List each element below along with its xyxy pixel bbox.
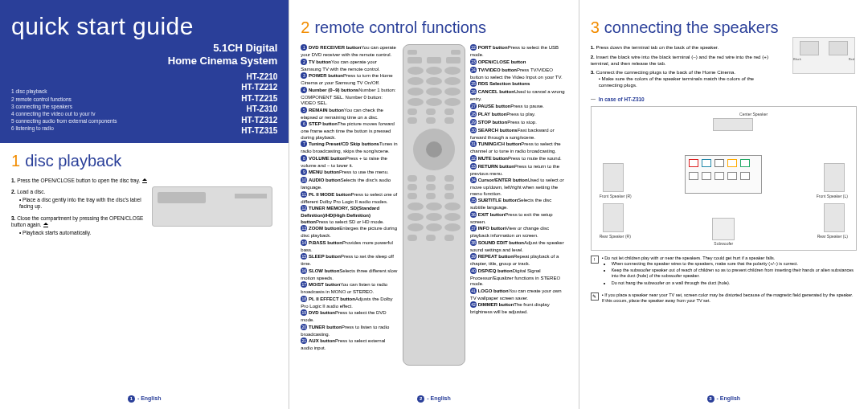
front-speaker-l-icon bbox=[824, 163, 845, 192]
toc-item: 2 remote control functions bbox=[11, 96, 117, 103]
callout-item: 31 TUNING/CH buttonPress to select the c… bbox=[470, 141, 567, 155]
callout-item: 40 DSP/EQ buttonDigital Signal Processor… bbox=[470, 268, 567, 288]
step-text: Connect the connecting plugs to the back… bbox=[596, 69, 736, 75]
model: HT-Z310 bbox=[168, 104, 278, 115]
callout-item: 29 STOP buttonPress to stop. bbox=[470, 119, 567, 127]
terminal-red-label: Red bbox=[849, 57, 854, 61]
callout-item: 16 SLOW buttonSelects three different sl… bbox=[301, 268, 398, 282]
callout-item: 6 STEP buttonThe picture moves forward o… bbox=[301, 121, 398, 141]
page-footer: 3- English bbox=[579, 395, 868, 403]
toc-item: 1 disc playback bbox=[11, 88, 117, 95]
model: HT-Z210 bbox=[168, 72, 278, 83]
toc-item: 3 connecting the speakers bbox=[11, 103, 117, 110]
rear-speaker-r-icon bbox=[603, 203, 624, 232]
warning-note: ! • Do not let children play with or nea… bbox=[591, 256, 857, 288]
callout-item: 20 TUNER buttonPress to listen to radio … bbox=[301, 324, 398, 338]
note-text: If you place a speaker near your TV set,… bbox=[602, 292, 854, 303]
model: HT-TZ212 bbox=[168, 82, 278, 93]
step-sub: Make sure the colors of the speaker term… bbox=[599, 76, 754, 88]
rear-speaker-r-label: Rear Speaker (R) bbox=[600, 234, 631, 239]
callout-item: 34 Cursor/ENTER buttonUsed to select or … bbox=[470, 177, 567, 197]
product-line-1: 5.1CH Digital bbox=[168, 42, 278, 55]
callout-item: 10 AUDIO buttonSelects the disc's audio … bbox=[301, 177, 398, 191]
callout-item: 32 MUTE buttonPress to mute the sound. bbox=[470, 155, 567, 163]
toc-item: 5 connecting audio from external compone… bbox=[11, 117, 117, 125]
callout-item: 4 Number (0~9) buttonsNumber 1 button: C… bbox=[301, 87, 398, 107]
callout-item: 36 EXIT buttonPress to exit the setup sc… bbox=[470, 211, 567, 226]
callout-item: 9 MENU buttonPress to use the menu. bbox=[301, 169, 398, 177]
callout-item: 18 PL II EFFECT buttonAdjusts the Dolby … bbox=[301, 296, 398, 310]
callout-item: 17 MO/ST buttonYou can listen to radio b… bbox=[301, 281, 398, 296]
callout-item: 24 TV/VIDEO buttonPress TV/VIDEO button … bbox=[470, 67, 567, 81]
callout-item: 30 SEARCH buttonsFast backward or forwar… bbox=[470, 127, 567, 141]
front-speaker-l-label: Front Speaker (L) bbox=[817, 194, 848, 198]
center-speaker-label: Center Speaker bbox=[739, 112, 768, 117]
callouts-left: 1 DVD RECEIVER buttonYou can operate you… bbox=[301, 44, 398, 366]
disc-playback-steps: 1. Press the OPEN/CLOSE button to open t… bbox=[11, 178, 149, 236]
rear-speaker-l-icon bbox=[824, 203, 845, 232]
callout-item: 15 SLEEP buttonPress to set the sleep of… bbox=[301, 253, 398, 268]
callout-item: 7 Tuning Preset/CD Skip buttonsTunes in … bbox=[301, 141, 398, 155]
callout-item: 2 TV buttonYou can operate your Samsung … bbox=[301, 59, 398, 73]
guide-title: quick start guide bbox=[11, 11, 277, 42]
callout-item: 21 AUX buttonPress to select external au… bbox=[301, 337, 398, 352]
callout-item: 42 DIMMER buttonThe front display bright… bbox=[470, 301, 567, 316]
wiring-diagram: Center Speaker Front Speaker (R) Front S… bbox=[591, 106, 857, 251]
model: HT-TZ215 bbox=[168, 93, 278, 104]
eject-icon bbox=[43, 223, 49, 227]
callout-item: 19 DVD buttonPress to select the DVD mod… bbox=[301, 309, 398, 324]
step-text: Press down the terminal tab on the back … bbox=[596, 44, 719, 50]
callout-item: 25 RDS Selection buttons bbox=[470, 80, 567, 88]
note-bullet: Keep the subwoofer speaker out of reach … bbox=[612, 268, 857, 279]
info-icon: ✎ bbox=[591, 292, 599, 301]
note-bullet: Do not hang the subwoofer on a wall thro… bbox=[612, 280, 857, 286]
callout-item: 23 OPEN/CLOSE button bbox=[470, 59, 567, 67]
callout-item: 35 SUBTITLE buttonSelects the disc subti… bbox=[470, 197, 567, 211]
center-speaker-icon bbox=[713, 118, 753, 131]
note-text: Do not let children play with or near th… bbox=[604, 256, 775, 260]
callout-item: 3 POWER buttonPress to turn the Home Cin… bbox=[301, 72, 398, 87]
section-title: remote control functions bbox=[314, 18, 485, 38]
section-title: connecting the speakers bbox=[604, 18, 779, 38]
section-number: 2 bbox=[301, 18, 309, 38]
callout-item: 5 REMAIN buttonYou can check the elapsed… bbox=[301, 107, 398, 121]
subwoofer-label: Subwoofer bbox=[714, 241, 733, 246]
callout-item: 13 ZOOM buttonEnlarges the picture durin… bbox=[301, 225, 398, 239]
step-sub: • Playback starts automatically. bbox=[19, 230, 149, 236]
step-text: Press the OPEN/CLOSE button to open the … bbox=[17, 178, 140, 183]
step-text: Insert the black wire into the black ter… bbox=[591, 54, 768, 66]
callout-item: 1 DVD RECEIVER buttonYou can operate you… bbox=[301, 44, 398, 59]
warning-icon: ! bbox=[591, 256, 599, 264]
cover-panel: quick start guide 5.1CH Digital Home Cin… bbox=[0, 0, 289, 143]
callout-item: 33 RETURN buttonPress to return to the p… bbox=[470, 163, 567, 178]
callout-item: 12 TUNER MEMORY, SD(Standard Definition)… bbox=[301, 205, 398, 225]
callout-item: 41 LOGO buttonYou can create your own TV… bbox=[470, 288, 567, 302]
eject-icon bbox=[141, 178, 148, 183]
model: HT-TZ315 bbox=[168, 125, 278, 137]
subwoofer-icon bbox=[712, 218, 735, 240]
case-label: In case of HT-Z310 bbox=[591, 96, 857, 103]
section-title: disc playback bbox=[25, 151, 121, 171]
model: HT-TZ312 bbox=[168, 115, 278, 126]
callout-item: 28 PLAY buttonPress to play. bbox=[470, 111, 567, 119]
callout-item: 14 P.BASS buttonProvides more powerful b… bbox=[301, 239, 398, 254]
toc-item: 4 connecting the video out to your tv bbox=[11, 110, 117, 117]
front-speaker-r-icon bbox=[603, 163, 624, 192]
step-text: Close the compartment by pressing the OP… bbox=[11, 215, 143, 227]
main-unit-icon bbox=[685, 155, 762, 194]
product-line-2: Home Cinema System bbox=[168, 55, 278, 67]
callout-item: 22 PORT buttonPress to select the USB mo… bbox=[470, 44, 567, 59]
cover-toc: 1 disc playback 2 remote control functio… bbox=[11, 88, 117, 132]
terminal-black-label: Black bbox=[793, 57, 801, 61]
step-sub: • Place a disc gently into the tray with… bbox=[19, 197, 149, 210]
section-number: 3 bbox=[591, 18, 600, 38]
remote-illustration bbox=[403, 44, 465, 366]
device-illustration bbox=[152, 186, 272, 227]
callout-item: 39 REPEAT buttonRepeat playback of a cha… bbox=[470, 253, 567, 268]
page-footer: 2- English bbox=[289, 395, 578, 403]
info-note: ✎ • If you place a speaker near your TV … bbox=[591, 292, 857, 304]
toc-item: 6 listening to radio bbox=[11, 125, 117, 132]
page-1: quick start guide 5.1CH Digital Home Cin… bbox=[0, 0, 289, 409]
callout-item: 27 PAUSE buttonPress to pause. bbox=[470, 103, 567, 111]
page-footer: 1- English bbox=[0, 395, 289, 403]
